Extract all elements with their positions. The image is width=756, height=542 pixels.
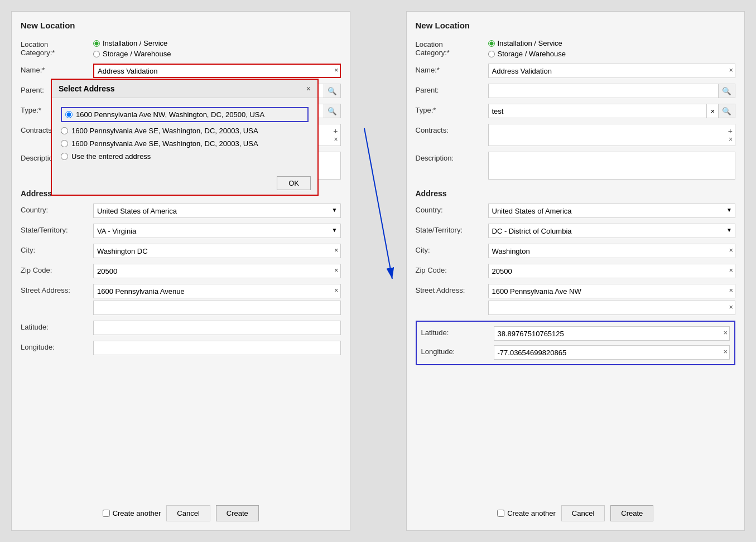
parent-input-right[interactable] <box>488 84 719 98</box>
contracts-plus-left[interactable]: + <box>333 127 338 136</box>
city-input-left[interactable] <box>93 244 341 258</box>
radio-dot-installation-left <box>93 40 100 47</box>
city-clear-left[interactable]: × <box>334 246 339 254</box>
street-label-left: Street Address: <box>21 284 93 294</box>
select-address-dialog: Select Address × 1600 Pennsylvania Ave N… <box>51 79 319 196</box>
latitude-input-left[interactable] <box>93 321 341 335</box>
street-clear-left[interactable]: × <box>334 286 339 294</box>
city-label-left: City: <box>21 244 93 254</box>
street-input2-right[interactable] <box>488 301 736 315</box>
cancel-button-left[interactable]: Cancel <box>166 505 210 521</box>
radio-dot-storage-left <box>93 51 100 57</box>
name-input-left[interactable] <box>93 64 341 78</box>
dialog-header: Select Address × <box>52 80 317 98</box>
city-clear-right[interactable]: × <box>729 246 733 254</box>
street-input-left[interactable] <box>93 284 341 298</box>
latitude-input-right[interactable] <box>494 326 730 341</box>
location-category-label-left: LocationCategory:* <box>21 38 93 57</box>
create-another-checkbox-right[interactable] <box>497 510 504 517</box>
longitude-label-right: Longitude: <box>421 345 494 356</box>
longitude-label-left: Longitude: <box>21 341 93 351</box>
left-panel-title: New Location <box>21 21 341 30</box>
type-input-right[interactable] <box>488 104 707 118</box>
radio-option-3[interactable] <box>61 140 68 147</box>
type-search-left[interactable]: 🔍 <box>324 104 341 118</box>
name-clear-right[interactable]: × <box>729 66 733 74</box>
country-select-left[interactable]: United States of America <box>93 204 341 218</box>
lat-lng-highlight: Latitude: × Longitude: × <box>416 321 736 365</box>
radio-storage-left[interactable]: Storage / Warehouse <box>93 50 171 58</box>
dialog-title: Select Address <box>59 84 115 93</box>
radio-installation-left[interactable]: Installation / Service <box>93 39 171 47</box>
parent-label-right: Parent: <box>416 84 488 94</box>
radio-option-1[interactable] <box>65 111 73 118</box>
street-clear2-right[interactable]: × <box>729 303 733 311</box>
dialog-option-4[interactable]: Use the entered address <box>61 152 309 161</box>
dialog-option-3[interactable]: 1600 Pennsylvania Ave SE, Washington, DC… <box>61 139 309 148</box>
location-category-radios-right: Installation / Service Storage / Warehou… <box>488 38 566 58</box>
street-input2-left[interactable] <box>93 301 341 315</box>
create-button-left[interactable]: Create <box>216 505 259 521</box>
dialog-ok-button[interactable]: OK <box>277 176 311 190</box>
state-select-left[interactable]: VA - Virginia <box>93 224 341 238</box>
latitude-label-left: Latitude: <box>21 321 93 331</box>
name-label-left: Name:* <box>21 64 93 74</box>
dialog-option-2[interactable]: 1600 Pennsylvania Ave SE, Washington, DC… <box>61 127 309 135</box>
parent-search-right[interactable]: 🔍 <box>718 84 735 98</box>
type-label-right: Type:* <box>416 104 488 114</box>
zip-input-left[interactable] <box>93 264 341 278</box>
location-category-label-right: LocationCategory:* <box>416 38 488 57</box>
contracts-label-right: Contracts: <box>416 124 488 134</box>
street-label-right: Street Address: <box>416 284 488 294</box>
dialog-close-button[interactable]: × <box>306 84 311 93</box>
latitude-label-right: Latitude: <box>421 326 494 337</box>
country-label-left: Country: <box>21 204 93 214</box>
radio-dot-storage-right <box>488 51 495 57</box>
right-panel-title: New Location <box>416 21 736 30</box>
create-another-left[interactable]: Create another <box>103 509 161 517</box>
longitude-input-right[interactable] <box>494 345 730 360</box>
contracts-x-right[interactable]: × <box>729 136 733 143</box>
longitude-clear-right[interactable]: × <box>723 347 728 356</box>
street-clear-right[interactable]: × <box>729 286 733 294</box>
address-section-right: Address <box>416 189 736 198</box>
cancel-button-right[interactable]: Cancel <box>561 505 605 521</box>
left-panel: New Location LocationCategory:* Installa… <box>11 11 350 531</box>
create-another-right[interactable]: Create another <box>497 509 556 517</box>
state-select-right[interactable]: DC - District of Columbia <box>488 224 736 238</box>
dialog-body: 1600 Pennsylvania Ave NW, Washington, DC… <box>52 98 317 172</box>
contracts-plus-right[interactable]: + <box>728 127 733 136</box>
name-input-right[interactable] <box>488 64 736 78</box>
country-label-right: Country: <box>416 204 488 214</box>
latitude-clear-right[interactable]: × <box>723 328 728 337</box>
zip-clear-left[interactable]: × <box>334 266 339 274</box>
arrow-connector <box>362 123 395 290</box>
contracts-x-left[interactable]: × <box>334 136 338 143</box>
zip-label-left: Zip Code: <box>21 264 93 274</box>
create-another-checkbox-left[interactable] <box>103 510 110 517</box>
svg-line-1 <box>364 128 392 279</box>
type-clear-right[interactable]: × <box>706 104 719 118</box>
state-label-right: State/Territory: <box>416 224 488 234</box>
zip-clear-right[interactable]: × <box>729 266 733 274</box>
name-label-right: Name:* <box>416 64 488 74</box>
dialog-footer: OK <box>52 172 317 195</box>
radio-option-2[interactable] <box>61 127 68 134</box>
radio-storage-right[interactable]: Storage / Warehouse <box>488 50 566 58</box>
radio-option-4[interactable] <box>61 153 68 160</box>
longitude-input-left[interactable] <box>93 341 341 355</box>
name-clear-left[interactable]: × <box>334 66 339 74</box>
street-input-right[interactable] <box>488 284 736 298</box>
contracts-field-right: + × <box>488 124 736 146</box>
country-select-right[interactable]: United States of America <box>488 204 736 218</box>
type-search-right[interactable]: 🔍 <box>718 104 735 118</box>
description-input-right[interactable] <box>488 152 736 180</box>
city-input-right[interactable] <box>488 244 736 258</box>
dialog-option-1[interactable]: 1600 Pennsylvania Ave NW, Washington, DC… <box>61 107 309 122</box>
zip-label-right: Zip Code: <box>416 264 488 274</box>
zip-input-right[interactable] <box>488 264 736 278</box>
create-button-right[interactable]: Create <box>610 505 653 521</box>
state-label-left: State/Territory: <box>21 224 93 234</box>
radio-installation-right[interactable]: Installation / Service <box>488 39 566 47</box>
parent-search-left[interactable]: 🔍 <box>324 84 341 98</box>
